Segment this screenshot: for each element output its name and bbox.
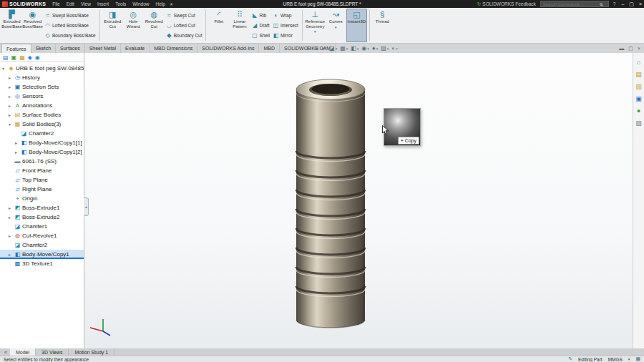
search-box[interactable] (540, 1, 609, 7)
expander-icon[interactable]: ▸ (9, 205, 14, 210)
expander-icon[interactable]: ▾ (2, 66, 8, 71)
tree-item[interactable]: ▸ ◧ Body-Move/Copy1 (0, 250, 84, 259)
hole-wizard-button[interactable]: ◎ Hole Wizard (123, 9, 144, 42)
reference-geometry-button[interactable]: ⊥ Reference Geometry (305, 9, 326, 42)
expander-icon[interactable]: ▸ (9, 94, 14, 99)
tree-item[interactable]: ▱ Right Plane (0, 185, 84, 194)
swept-boss-base-button[interactable]: ≈ Swept Boss/Base (44, 11, 96, 21)
display-style-icon[interactable]: ◧ (351, 45, 358, 52)
close-document-icon[interactable]: × (638, 46, 640, 51)
menu-item[interactable]: Help (155, 1, 165, 6)
command-tab[interactable]: MBD (259, 44, 280, 53)
tree-item[interactable]: ▸ ◩ Boss-Extrude1 (0, 203, 84, 212)
fillet-button[interactable]: ◜ Fillet (208, 9, 229, 42)
apply-scene-icon[interactable]: ▨ (381, 45, 389, 52)
feedback-link[interactable]: ↻ SOLIDWORKS Feedback (477, 1, 535, 7)
section-view-icon[interactable]: ◪ (329, 45, 337, 52)
search-icon[interactable] (600, 3, 602, 6)
menu-item[interactable]: File (52, 1, 60, 6)
tab-scroll-icon[interactable]: « (1, 348, 10, 356)
document-tab[interactable]: Motion Study 1 (69, 348, 114, 356)
tree-item[interactable]: ▾ ▦ Solid Bodies(3) (0, 119, 84, 129)
view-orientation-icon[interactable]: ▦ (340, 45, 348, 52)
expander-icon[interactable]: ▸ (9, 84, 14, 89)
panel-collapse-handle[interactable]: ◂ (84, 197, 89, 216)
tree-item[interactable]: ◪ Chamfer2 (0, 129, 84, 138)
menu-item[interactable]: Tools (114, 1, 127, 6)
expander-icon[interactable]: ▸ (9, 215, 14, 220)
zoom-fit-icon[interactable]: ⊡ (306, 45, 311, 52)
tree-item[interactable]: ▩ 3D Texture1 (0, 259, 84, 268)
solidworks-resources-icon[interactable]: ⌂ (637, 59, 640, 66)
tree-item[interactable]: ▸ ◩ Boss-Extrude2 (0, 212, 84, 222)
menu-item[interactable]: Insert (97, 1, 109, 6)
intersect-button[interactable]: ◫ Intersect (273, 21, 298, 31)
command-tab[interactable]: Sketch (31, 44, 56, 53)
expander-icon[interactable]: ▸ (9, 75, 14, 80)
menu-item[interactable]: View (80, 1, 92, 6)
featuremanager-tree-icon[interactable]: ▤ (3, 54, 9, 61)
expander-icon[interactable]: ▸ (9, 103, 14, 108)
tree-item[interactable]: ▸ ◎ Sensors (0, 92, 84, 101)
restore-document-icon[interactable]: ▢ (628, 46, 633, 52)
displaymanager-icon[interactable]: ◉ (35, 54, 40, 61)
search-input[interactable] (543, 2, 597, 6)
expander-icon[interactable]: ▸ (9, 252, 14, 257)
command-tab[interactable]: Surfaces (56, 44, 85, 53)
thread-button[interactable]: § Thread (372, 9, 393, 42)
shell-button[interactable]: ▢ Shell (251, 31, 269, 41)
tree-item[interactable]: ▸ ◷ History (0, 73, 84, 82)
tree-item[interactable]: ▸ ◍ Cut-Revolve1 (0, 231, 84, 240)
configurationmanager-icon[interactable]: ▦ (19, 54, 25, 61)
tree-item[interactable]: ▱ Front Plane (0, 166, 84, 175)
edit-appearance-icon[interactable]: ● (372, 45, 378, 52)
command-tab[interactable]: SOLIDWORKS Add-Ins (197, 44, 259, 53)
tree-item[interactable]: ▸ ◧ Body-Move/Copy1[1] (0, 138, 84, 147)
revolved-boss-base-button[interactable]: ◉ Revolved Boss/Base (22, 9, 43, 42)
status-tag-icon[interactable]: ▦ (635, 356, 640, 362)
command-tab[interactable]: Sheet Metal (85, 44, 121, 53)
expander-icon[interactable]: ▾ (9, 122, 14, 127)
graphics-viewport[interactable]: + Copy (84, 53, 633, 348)
tree-item[interactable]: ▱ Top Plane (0, 175, 84, 185)
menu-item[interactable]: Window (132, 1, 150, 6)
hide-show-items-icon[interactable]: ◉ (361, 45, 369, 52)
tree-item[interactable]: ▸ ◧ Body-Move/Copy1[2] (0, 147, 84, 157)
document-tab[interactable]: Model (10, 348, 36, 356)
tree-item[interactable]: ▬ 6061-T6 (SS) (0, 157, 84, 166)
document-tab[interactable]: 3D Views (36, 348, 69, 356)
tree-item[interactable]: ▸ A Annotations (0, 101, 84, 110)
dimxpertmanager-icon[interactable]: ◈ (28, 54, 32, 61)
tree-item[interactable]: ▸ ▣ Selection Sets (0, 82, 84, 92)
wrap-button[interactable]: ◖ Wrap (273, 11, 298, 21)
swept-cut-button[interactable]: ≈ Swept Cut (166, 11, 203, 21)
design-library-icon[interactable]: ▤ (635, 71, 642, 78)
units-caret-icon[interactable]: ▾ (628, 357, 630, 361)
expander-icon[interactable]: ▸ (9, 112, 14, 117)
minimize-window-icon[interactable]: – (621, 1, 624, 7)
units-label[interactable]: MMGS (608, 357, 623, 362)
menu-item[interactable]: Edit (66, 1, 75, 6)
expander-icon[interactable]: ▸ (9, 233, 14, 238)
previous-view-icon[interactable]: ↩ (321, 45, 326, 52)
help-icon[interactable]: ? (613, 1, 616, 6)
expander-icon[interactable]: ▸ (15, 140, 21, 145)
boundary-cut-button[interactable]: ◆ Boundary Cut (166, 31, 203, 41)
expander-icon[interactable]: ▸ (15, 150, 21, 155)
boundary-boss-base-button[interactable]: ◇ Boundary Boss/Base (44, 31, 96, 41)
appearances-scenes-icon[interactable]: ● (637, 107, 640, 114)
view-palette-icon[interactable]: ▣ (635, 95, 642, 102)
minimize-document-icon[interactable]: ▬ (619, 46, 624, 51)
view-settings-icon[interactable]: ◐ (391, 45, 397, 52)
lofted-cut-button[interactable]: ◡ Lofted Cut (166, 21, 203, 31)
tree-item[interactable]: ◪ Chamfer2 (0, 240, 84, 250)
close-window-icon[interactable]: × (639, 1, 642, 7)
maximize-window-icon[interactable]: ▢ (629, 1, 634, 7)
command-tab[interactable]: MBD Dimensions (150, 44, 197, 53)
command-tab[interactable]: Features (1, 44, 31, 53)
curves-button[interactable]: ↝ Curves (326, 9, 346, 42)
tree-item[interactable]: ▾ ◈ URB E foot peg SW-08485 (Default) (0, 64, 84, 73)
linear-pattern-button[interactable]: ⠿ Linear Pattern (229, 9, 250, 42)
custom-properties-icon[interactable]: ▨ (635, 119, 642, 127)
zoom-area-icon[interactable]: ⊞ (314, 45, 319, 52)
